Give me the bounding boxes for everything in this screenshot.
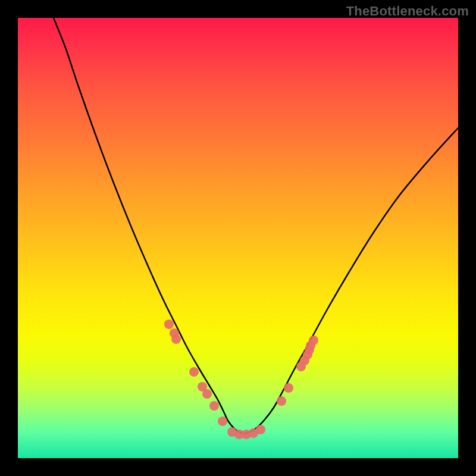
curve-dot bbox=[209, 401, 219, 411]
curve-dot bbox=[189, 367, 199, 377]
plot-area bbox=[18, 18, 458, 458]
curve-dot bbox=[256, 425, 265, 434]
chart-frame: TheBottleneck.com bbox=[0, 0, 476, 476]
curve-dot bbox=[171, 334, 181, 344]
curve-dot bbox=[284, 383, 293, 393]
curve-dot bbox=[218, 416, 227, 426]
watermark-label: TheBottleneck.com bbox=[346, 4, 469, 19]
curve-dot bbox=[164, 320, 174, 329]
curve-dot bbox=[309, 336, 318, 345]
curve-dots bbox=[164, 320, 318, 439]
curve-dot bbox=[277, 396, 286, 406]
curve-dot bbox=[202, 389, 212, 399]
curve-layer bbox=[18, 18, 458, 458]
bottleneck-curve bbox=[54, 18, 458, 433]
